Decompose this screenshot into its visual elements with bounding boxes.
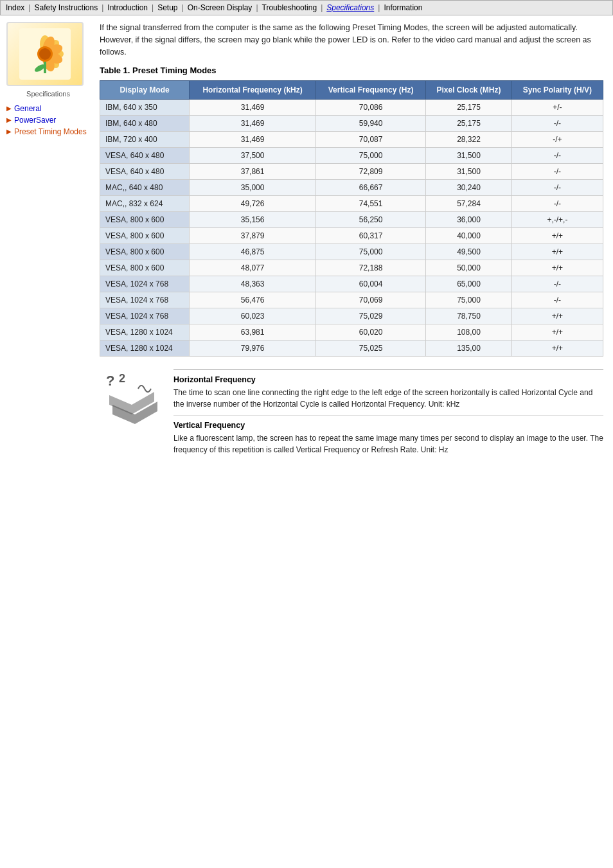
table-cell-r12-c2: 70,069 [316, 292, 426, 308]
table-cell-r12-c3: 75,000 [426, 292, 512, 308]
definitions-section: Horizontal FrequencyThe time to scan one… [173, 369, 603, 461]
table-row: MAC,, 832 x 62449,72674,55157,284-/- [100, 196, 603, 212]
nav-separator: | [28, 3, 30, 12]
nav-item-introduction[interactable]: Introduction [107, 3, 148, 12]
table-row: VESA, 1280 x 102463,98160,020108,00+/+ [100, 324, 603, 341]
table-cell-r11-c2: 60,004 [316, 276, 426, 292]
nav-bar: Index|Safety Instructions|Introduction|S… [0, 0, 613, 15]
sidebar-nav-item-powersaver[interactable]: ▶PowerSaver [6, 116, 90, 125]
table-cell-r15-c1: 79,976 [190, 341, 316, 357]
nav-item-information[interactable]: Information [384, 3, 422, 12]
table-cell-r5-c4: -/- [511, 180, 603, 196]
table-cell-r15-c3: 135,00 [426, 341, 512, 357]
table-row: VESA, 1024 x 76860,02375,02978,750+/+ [100, 308, 603, 324]
svg-text:?: ? [106, 373, 114, 389]
table-cell-r1-c0: IBM, 640 x 480 [100, 116, 190, 132]
table-cell-r9-c1: 46,875 [190, 244, 316, 260]
main-layout: Specifications ▶General▶PowerSaver▶Prese… [0, 15, 613, 467]
table-cell-r8-c3: 40,000 [426, 228, 512, 244]
table-cell-r10-c2: 72,188 [316, 260, 426, 276]
th-pixel-clock: Pixel Clock (MHz) [426, 81, 512, 100]
table-cell-r5-c1: 35,000 [190, 180, 316, 196]
table-cell-r7-c0: VESA, 800 x 600 [100, 212, 190, 228]
sidebar-nav-item-general[interactable]: ▶General [6, 104, 90, 113]
table-cell-r14-c4: +/+ [511, 324, 603, 341]
nav-separator: | [102, 3, 103, 12]
nav-item-troubleshooting[interactable]: Troubleshooting [262, 3, 317, 12]
table-header: Display Mode Horizontal Frequency (kHz) … [100, 81, 603, 100]
table-cell-r2-c3: 28,322 [426, 132, 512, 148]
table-cell-r7-c2: 56,250 [316, 212, 426, 228]
table-cell-r13-c2: 75,029 [316, 308, 426, 324]
th-horizontal-freq: Horizontal Frequency (kHz) [190, 81, 316, 100]
table-cell-r5-c2: 66,667 [316, 180, 426, 196]
table-row: IBM, 640 x 48031,46959,94025,175-/- [100, 116, 603, 132]
definition-item-1: Vertical FrequencyLike a fluorescent lam… [173, 416, 603, 461]
flower-illustration [19, 28, 71, 80]
table-cell-r12-c4: -/- [511, 292, 603, 308]
table-cell-r7-c3: 36,000 [426, 212, 512, 228]
definition-title-0: Horizontal Frequency [173, 375, 603, 384]
table-cell-r1-c4: -/- [511, 116, 603, 132]
table-cell-r5-c0: MAC,, 640 x 480 [100, 180, 190, 196]
table-row: IBM, 720 x 40031,46970,08728,322-/+ [100, 132, 603, 148]
table-cell-r8-c4: +/+ [511, 228, 603, 244]
nav-separator: | [152, 3, 154, 12]
table-cell-r6-c4: -/- [511, 196, 603, 212]
sidebar-link-preset-timing[interactable]: Preset Timing Modes [14, 127, 87, 136]
sidebar-link-powersaver[interactable]: PowerSaver [14, 116, 56, 125]
definition-text-0: The time to scan one line connecting the… [173, 387, 603, 410]
table-cell-r8-c1: 37,879 [190, 228, 316, 244]
table-title: Table 1. Preset Timing Modes [100, 66, 603, 75]
table-cell-r3-c2: 75,000 [316, 148, 426, 164]
table-row: VESA, 640 x 48037,86172,80931,500-/- [100, 164, 603, 180]
table-row: MAC,, 640 x 48035,00066,66730,240-/- [100, 180, 603, 196]
table-row: VESA, 800 x 60037,87960,31740,000+/+ [100, 228, 603, 244]
table-cell-r0-c3: 25,175 [426, 100, 512, 116]
intro-paragraph: If the signal transferred from the compu… [100, 22, 603, 58]
frequency-illustration: ? 2 [100, 369, 164, 427]
table-cell-r1-c3: 25,175 [426, 116, 512, 132]
table-cell-r6-c0: MAC,, 832 x 624 [100, 196, 190, 212]
table-row: VESA, 640 x 48037,50075,00031,500-/- [100, 148, 603, 164]
sidebar-label: Specifications [6, 90, 90, 98]
table-cell-r10-c4: +/+ [511, 260, 603, 276]
table-row: IBM, 640 x 35031,46970,08625,175+/- [100, 100, 603, 116]
table-row: VESA, 800 x 60048,07772,18850,000+/+ [100, 260, 603, 276]
nav-item-index[interactable]: Index [6, 3, 24, 12]
table-cell-r13-c0: VESA, 1024 x 768 [100, 308, 190, 324]
nav-item-safety[interactable]: Safety Instructions [34, 3, 98, 12]
table-row: VESA, 800 x 60046,87575,00049,500+/+ [100, 244, 603, 260]
table-cell-r9-c4: +/+ [511, 244, 603, 260]
table-cell-r4-c3: 31,500 [426, 164, 512, 180]
definition-text-1: Like a fluorescent lamp, the screen has … [173, 432, 603, 456]
table-cell-r15-c0: VESA, 1280 x 1024 [100, 341, 190, 357]
sidebar-arrow-icon: ▶ [6, 128, 12, 135]
table-cell-r13-c4: +/+ [511, 308, 603, 324]
sidebar-arrow-icon: ▶ [6, 105, 12, 112]
sidebar-nav: ▶General▶PowerSaver▶Preset Timing Modes [6, 104, 90, 136]
table-cell-r12-c0: VESA, 1024 x 768 [100, 292, 190, 308]
table-cell-r6-c3: 57,284 [426, 196, 512, 212]
nav-item-osd[interactable]: On-Screen Display [188, 3, 253, 12]
table-cell-r8-c2: 60,317 [316, 228, 426, 244]
table-cell-r1-c1: 31,469 [190, 116, 316, 132]
table-cell-r11-c4: -/- [511, 276, 603, 292]
table-cell-r3-c1: 37,500 [190, 148, 316, 164]
table-cell-r2-c2: 70,087 [316, 132, 426, 148]
sidebar-nav-item-preset-timing[interactable]: ▶Preset Timing Modes [6, 127, 90, 136]
table-cell-r0-c2: 70,086 [316, 100, 426, 116]
table-cell-r4-c2: 72,809 [316, 164, 426, 180]
table-row: VESA, 1280 x 102479,97675,025135,00+/+ [100, 341, 603, 357]
nav-item-specifications[interactable]: Specifications [326, 3, 374, 12]
bottom-section: ? 2 Horizontal FrequencyThe time to scan… [100, 369, 603, 461]
table-cell-r13-c1: 60,023 [190, 308, 316, 324]
table-cell-r6-c1: 49,726 [190, 196, 316, 212]
table-cell-r10-c3: 50,000 [426, 260, 512, 276]
nav-item-setup[interactable]: Setup [157, 3, 177, 12]
table-cell-r9-c2: 75,000 [316, 244, 426, 260]
sidebar-link-general[interactable]: General [14, 104, 42, 113]
table-cell-r2-c1: 31,469 [190, 132, 316, 148]
table-body: IBM, 640 x 35031,46970,08625,175+/-IBM, … [100, 100, 603, 357]
nav-separator: | [182, 3, 184, 12]
